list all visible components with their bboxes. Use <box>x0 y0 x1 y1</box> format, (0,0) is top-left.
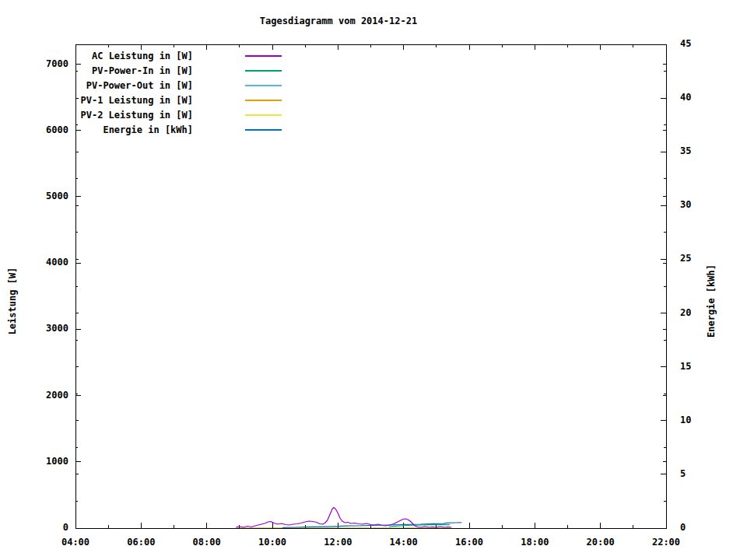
y1-tick-label: 4000 <box>23 257 68 268</box>
y1-tick-label: 7000 <box>23 58 68 69</box>
legend-entry-label: PV-Power-Out in [W] <box>74 80 193 91</box>
y2-tick-label: 15 <box>680 361 719 372</box>
x-tick-label: 08:00 <box>184 537 230 548</box>
chart-canvas: Tagesdiagramm vom 2014-12-21 Leistung [W… <box>0 0 747 560</box>
legend-entry-label: AC Leistung in [W] <box>74 51 193 61</box>
x-tick-label: 14:00 <box>381 537 427 548</box>
y2-tick-label: 10 <box>680 415 719 425</box>
legend-entry-label: PV-Power-In in [W] <box>74 65 193 76</box>
legend-entry-label: PV-2 Leistung in [W] <box>74 110 193 121</box>
y2-tick-label: 40 <box>680 92 719 103</box>
y2-tick-label: 0 <box>680 522 719 533</box>
y1-tick-label: 1000 <box>23 456 68 467</box>
x-tick-label: 18:00 <box>511 537 558 548</box>
x-tick-label: 06:00 <box>117 537 164 548</box>
y2-tick-label: 35 <box>680 145 719 156</box>
y2-tick-label: 30 <box>680 199 719 210</box>
legend-entry: PV-1 Leistung in [W] <box>74 93 282 107</box>
legend-entry: AC Leistung in [W] <box>74 48 282 63</box>
x-tick-label: 22:00 <box>643 537 689 548</box>
y2-tick-label: 20 <box>680 307 719 318</box>
y1-tick-label: 6000 <box>23 124 68 135</box>
y1-tick-label: 0 <box>23 522 68 533</box>
y2-tick-label: 45 <box>680 38 719 49</box>
legend-entry: PV-Power-Out in [W] <box>74 78 282 93</box>
legend-entry-line-sample <box>245 85 282 86</box>
y2-tick-label: 25 <box>680 253 719 264</box>
legend-entry-label: Energie in [kWh] <box>74 124 193 135</box>
x-tick-label: 20:00 <box>577 537 624 548</box>
legend-entry: PV-Power-In in [W] <box>74 63 282 78</box>
legend-entry-line-sample <box>245 70 282 72</box>
x-tick-label: 16:00 <box>446 537 493 548</box>
x-tick-label: 04:00 <box>52 537 99 548</box>
y1-tick-label: 2000 <box>23 390 68 401</box>
y2-tick-label: 5 <box>680 468 719 479</box>
legend-entry-label: PV-1 Leistung in [W] <box>74 95 193 106</box>
y1-tick-label: 5000 <box>23 191 68 201</box>
legend-entry: Energie in [kWh] <box>74 122 282 137</box>
x-tick-label: 12:00 <box>314 537 361 548</box>
x-tick-label: 10:00 <box>249 537 296 548</box>
legend-entry-line-sample <box>245 114 282 116</box>
legend-entry-line-sample <box>245 55 282 57</box>
y1-tick-label: 3000 <box>23 323 68 334</box>
legend-entry: PV-2 Leistung in [W] <box>74 107 282 122</box>
legend-entry-line-sample <box>245 129 282 131</box>
legend-entry-line-sample <box>245 100 282 101</box>
legend: AC Leistung in [W]PV-Power-In in [W]PV-P… <box>74 48 282 137</box>
